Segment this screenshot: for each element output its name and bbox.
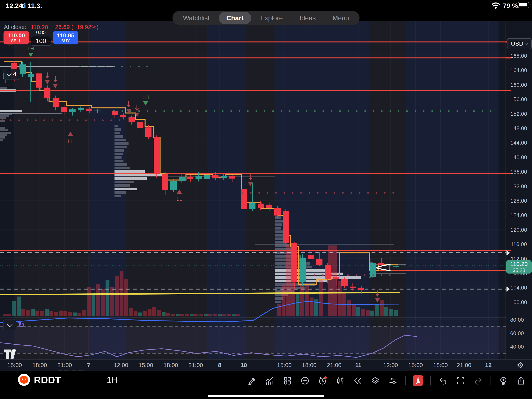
at-close-row: At close: 110.20 −26.69 (−19.92%): [4, 24, 98, 30]
tune-icon[interactable]: [388, 375, 398, 386]
time-tick: 18:00: [302, 362, 317, 368]
price-tick: 148.00: [510, 125, 527, 131]
sell-label: SELL: [11, 39, 21, 43]
top-nav: WatchlistChartExploreIdeasMenu: [172, 11, 360, 25]
toolbar-divider: [405, 376, 406, 385]
battery-icon: [518, 2, 529, 8]
price-tick: 168.00: [510, 53, 527, 59]
redo-icon[interactable]: [473, 375, 483, 386]
quantity-input[interactable]: 100: [31, 36, 51, 46]
time-tick: 11: [355, 362, 361, 368]
price-tick: 160.00: [510, 82, 527, 88]
chevron-down-icon: [525, 41, 528, 45]
layers-icon[interactable]: [370, 375, 380, 386]
price-tick: 140.00: [510, 154, 527, 160]
close-price: 110.20: [31, 24, 48, 30]
rsi-tick: 40.00: [510, 344, 524, 350]
nav-tab-menu[interactable]: Menu: [325, 12, 357, 24]
intervals-candles-icon[interactable]: [335, 375, 345, 386]
time-tick: 15:00: [7, 362, 22, 368]
replay-rewind-icon[interactable]: [352, 375, 363, 386]
price-axis[interactable]: 168.00164.00160.00156.00152.00148.00144.…: [506, 21, 532, 371]
fullscreen-icon[interactable]: [455, 375, 466, 386]
close-change: −26.69 (−19.92%): [52, 24, 98, 30]
buy-button[interactable]: 110.85 BUY: [53, 31, 78, 45]
indicators-icon[interactable]: [265, 375, 275, 386]
date-text: ti 11.3.: [22, 2, 42, 10]
time-tick: 7: [87, 362, 90, 368]
layout-grid-icon[interactable]: [282, 375, 293, 386]
clock-text: 12.24: [6, 2, 22, 10]
currency-selector[interactable]: USD: [507, 38, 532, 49]
axis-settings-gear-icon[interactable]: ⚙: [517, 361, 524, 369]
order-panel: 110.00 SELL 0.85 100 110.85 BUY: [4, 31, 78, 46]
indicator-pane-collapse-button[interactable]: [3, 320, 16, 330]
price-tick: 164.00: [510, 67, 527, 73]
buy-label: BUY: [61, 39, 70, 43]
draw-icon[interactable]: [247, 375, 257, 386]
price-tick: 156.00: [510, 96, 527, 102]
time-tick: 15:00: [139, 362, 153, 368]
battery-tip: [530, 4, 531, 6]
currency-label: USD: [511, 40, 523, 47]
interval-button[interactable]: 1H: [107, 375, 118, 385]
battery-percent-text: 79 %: [503, 2, 518, 10]
time-tick: 15:00: [277, 362, 291, 368]
time-tick: 18:00: [433, 362, 448, 368]
price-tick: 152.00: [510, 111, 527, 117]
add-plus-icon[interactable]: [300, 375, 310, 386]
toolbar-divider: [430, 376, 431, 385]
broker-icon[interactable]: [413, 375, 423, 386]
time-tick: 18:00: [163, 362, 178, 368]
time-tick: 12:00: [383, 362, 398, 368]
nav-tab-watchlist[interactable]: Watchlist: [175, 12, 217, 24]
share-icon[interactable]: [516, 375, 526, 386]
spread-value: 0.85: [36, 30, 46, 35]
sell-button[interactable]: 110.00 SELL: [4, 31, 29, 45]
chevron-down-icon: [7, 322, 13, 327]
time-tick: 8: [218, 362, 222, 368]
svg-text:LH: LH: [142, 94, 149, 100]
time-tick: 21:00: [57, 362, 72, 368]
time-tick: 21:00: [327, 362, 341, 368]
rsi-tick: 80.00: [510, 317, 524, 323]
reddit-logo-icon: [18, 374, 30, 386]
svg-text:35:28: 35:28: [513, 267, 525, 273]
home-indicator[interactable]: [208, 395, 324, 397]
at-close-label: At close:: [4, 24, 26, 30]
undo-icon[interactable]: [438, 375, 448, 386]
collapse-orders-button[interactable]: 4: [4, 69, 20, 80]
sell-price: 110.00: [7, 32, 25, 39]
sync-refresh-icon[interactable]: ↻: [18, 320, 25, 329]
time-tick: 10: [241, 362, 247, 368]
last-price-badge: 110.2035:28: [506, 260, 532, 274]
svg-text:LH: LH: [27, 45, 34, 51]
time-tick: 12:00: [114, 362, 128, 368]
spread-qty-column: 0.85 100: [30, 31, 51, 46]
svg-text:LL: LL: [177, 196, 182, 202]
price-tick: 124.00: [510, 212, 527, 218]
symbol-button[interactable]: RDDT: [34, 374, 61, 386]
price-tick: 136.00: [510, 169, 527, 175]
nav-tab-chart[interactable]: Chart: [218, 12, 251, 24]
toolbar-divider: [491, 376, 491, 385]
time-tick: 21:00: [457, 362, 471, 368]
price-tick: 132.00: [510, 183, 527, 189]
svg-text:110.20: 110.20: [510, 261, 528, 267]
price-tick: 120.00: [510, 227, 527, 233]
chevron-down-icon: [6, 71, 12, 76]
time-tick: 21:00: [188, 362, 203, 368]
nav-tab-ideas[interactable]: Ideas: [292, 12, 323, 24]
chart-canvas[interactable]: LHLHLLLL168.00164.00160.00156.00152.0014…: [0, 21, 532, 371]
alert-icon[interactable]: [317, 375, 328, 386]
chart-toolbar: [247, 373, 526, 388]
status-bar: 12.24 ti 11.3. 79 %: [0, 0, 532, 11]
nav-tab-explore[interactable]: Explore: [253, 12, 291, 24]
price-tick: 128.00: [510, 198, 527, 204]
time-tick: 15:00: [408, 362, 423, 368]
publish-idea-icon[interactable]: [498, 375, 509, 386]
time-tick: 18:00: [32, 362, 47, 368]
price-tick: 100.00: [510, 299, 527, 305]
wifi-icon: [492, 2, 500, 9]
time-tick: 12: [485, 362, 492, 368]
